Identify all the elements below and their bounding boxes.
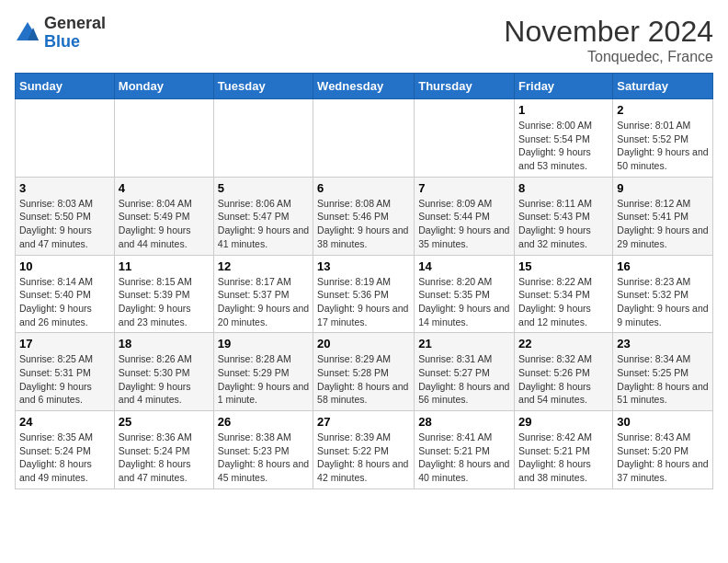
calendar-cell: 22Sunrise: 8:32 AM Sunset: 5:26 PM Dayli… <box>515 333 613 411</box>
calendar-cell: 24Sunrise: 8:35 AM Sunset: 5:24 PM Dayli… <box>16 411 115 489</box>
day-detail: Sunrise: 8:43 AM Sunset: 5:20 PM Dayligh… <box>617 431 709 485</box>
header-tuesday: Tuesday <box>213 74 313 99</box>
day-detail: Sunrise: 8:09 AM Sunset: 5:44 PM Dayligh… <box>418 197 510 251</box>
day-detail: Sunrise: 8:12 AM Sunset: 5:41 PM Dayligh… <box>617 197 709 251</box>
logo-text: General Blue <box>44 15 106 52</box>
day-number: 24 <box>19 415 110 429</box>
calendar-cell: 18Sunrise: 8:26 AM Sunset: 5:30 PM Dayli… <box>114 333 213 411</box>
day-number: 25 <box>119 415 210 429</box>
day-detail: Sunrise: 8:20 AM Sunset: 5:35 PM Dayligh… <box>418 275 510 329</box>
day-number: 2 <box>617 103 709 117</box>
calendar-cell: 19Sunrise: 8:28 AM Sunset: 5:29 PM Dayli… <box>213 333 313 411</box>
day-detail: Sunrise: 8:41 AM Sunset: 5:21 PM Dayligh… <box>418 431 510 485</box>
header-friday: Friday <box>515 74 613 99</box>
calendar-cell: 12Sunrise: 8:17 AM Sunset: 5:37 PM Dayli… <box>213 255 313 333</box>
calendar-cell: 4Sunrise: 8:04 AM Sunset: 5:49 PM Daylig… <box>114 177 213 255</box>
logo-icon <box>15 20 40 46</box>
calendar-cell: 9Sunrise: 8:12 AM Sunset: 5:41 PM Daylig… <box>613 177 713 255</box>
calendar-cell <box>114 99 213 178</box>
day-number: 5 <box>218 181 309 195</box>
day-detail: Sunrise: 8:14 AM Sunset: 5:40 PM Dayligh… <box>19 275 110 329</box>
day-detail: Sunrise: 8:42 AM Sunset: 5:21 PM Dayligh… <box>518 431 609 485</box>
day-detail: Sunrise: 8:39 AM Sunset: 5:22 PM Dayligh… <box>317 431 410 485</box>
day-number: 16 <box>617 259 709 273</box>
calendar-table: SundayMondayTuesdayWednesdayThursdayFrid… <box>15 73 713 489</box>
calendar-cell: 13Sunrise: 8:19 AM Sunset: 5:36 PM Dayli… <box>313 255 415 333</box>
calendar-cell <box>415 99 515 178</box>
location: Tonquedec, France <box>504 49 713 65</box>
day-number: 26 <box>218 415 309 429</box>
day-number: 22 <box>518 337 609 350</box>
calendar-cell: 3Sunrise: 8:03 AM Sunset: 5:50 PM Daylig… <box>16 177 115 255</box>
day-detail: Sunrise: 8:23 AM Sunset: 5:32 PM Dayligh… <box>617 275 709 329</box>
header-wednesday: Wednesday <box>313 74 415 99</box>
calendar-week-4: 24Sunrise: 8:35 AM Sunset: 5:24 PM Dayli… <box>16 411 713 489</box>
calendar-cell: 14Sunrise: 8:20 AM Sunset: 5:35 PM Dayli… <box>415 255 515 333</box>
day-detail: Sunrise: 8:00 AM Sunset: 5:54 PM Dayligh… <box>518 119 609 173</box>
day-number: 19 <box>218 337 309 350</box>
calendar-cell: 8Sunrise: 8:11 AM Sunset: 5:43 PM Daylig… <box>515 177 613 255</box>
day-number: 3 <box>19 181 110 195</box>
day-number: 18 <box>119 337 210 350</box>
day-detail: Sunrise: 8:17 AM Sunset: 5:37 PM Dayligh… <box>218 275 309 329</box>
day-number: 7 <box>418 181 510 195</box>
day-detail: Sunrise: 8:11 AM Sunset: 5:43 PM Dayligh… <box>518 197 609 251</box>
day-number: 9 <box>617 181 709 195</box>
day-detail: Sunrise: 8:38 AM Sunset: 5:23 PM Dayligh… <box>218 431 309 485</box>
calendar-cell: 30Sunrise: 8:43 AM Sunset: 5:20 PM Dayli… <box>613 411 713 489</box>
logo-blue: Blue <box>44 32 80 51</box>
day-number: 4 <box>119 181 210 195</box>
calendar-cell: 5Sunrise: 8:06 AM Sunset: 5:47 PM Daylig… <box>213 177 313 255</box>
day-number: 11 <box>119 259 210 273</box>
day-detail: Sunrise: 8:36 AM Sunset: 5:24 PM Dayligh… <box>119 431 210 485</box>
calendar-cell: 26Sunrise: 8:38 AM Sunset: 5:23 PM Dayli… <box>213 411 313 489</box>
calendar-cell: 15Sunrise: 8:22 AM Sunset: 5:34 PM Dayli… <box>515 255 613 333</box>
calendar-cell <box>313 99 415 178</box>
calendar-week-2: 10Sunrise: 8:14 AM Sunset: 5:40 PM Dayli… <box>16 255 713 333</box>
header-saturday: Saturday <box>613 74 713 99</box>
calendar-cell: 25Sunrise: 8:36 AM Sunset: 5:24 PM Dayli… <box>114 411 213 489</box>
day-detail: Sunrise: 8:19 AM Sunset: 5:36 PM Dayligh… <box>317 275 410 329</box>
header: General Blue November 2024 Tonquedec, Fr… <box>15 15 713 65</box>
calendar-cell: 29Sunrise: 8:42 AM Sunset: 5:21 PM Dayli… <box>515 411 613 489</box>
day-number: 10 <box>19 259 110 273</box>
day-detail: Sunrise: 8:06 AM Sunset: 5:47 PM Dayligh… <box>218 197 309 251</box>
day-number: 20 <box>317 337 410 350</box>
calendar-cell: 6Sunrise: 8:08 AM Sunset: 5:46 PM Daylig… <box>313 177 415 255</box>
day-number: 27 <box>317 415 410 429</box>
day-detail: Sunrise: 8:15 AM Sunset: 5:39 PM Dayligh… <box>119 275 210 329</box>
calendar-cell: 27Sunrise: 8:39 AM Sunset: 5:22 PM Dayli… <box>313 411 415 489</box>
calendar-cell <box>16 99 115 178</box>
day-number: 17 <box>19 337 110 350</box>
calendar-cell: 23Sunrise: 8:34 AM Sunset: 5:25 PM Dayli… <box>613 333 713 411</box>
calendar-cell: 17Sunrise: 8:25 AM Sunset: 5:31 PM Dayli… <box>16 333 115 411</box>
day-detail: Sunrise: 8:28 AM Sunset: 5:29 PM Dayligh… <box>218 352 309 407</box>
calendar-week-1: 3Sunrise: 8:03 AM Sunset: 5:50 PM Daylig… <box>16 177 713 255</box>
calendar-cell <box>213 99 313 178</box>
day-detail: Sunrise: 8:35 AM Sunset: 5:24 PM Dayligh… <box>19 431 110 485</box>
day-detail: Sunrise: 8:34 AM Sunset: 5:25 PM Dayligh… <box>617 352 709 407</box>
day-number: 14 <box>418 259 510 273</box>
logo: General Blue <box>15 15 106 52</box>
day-number: 21 <box>418 337 510 350</box>
header-thursday: Thursday <box>415 74 515 99</box>
day-detail: Sunrise: 8:22 AM Sunset: 5:34 PM Dayligh… <box>518 275 609 329</box>
day-number: 23 <box>617 337 709 350</box>
calendar-cell: 10Sunrise: 8:14 AM Sunset: 5:40 PM Dayli… <box>16 255 115 333</box>
day-number: 30 <box>617 415 709 429</box>
day-detail: Sunrise: 8:32 AM Sunset: 5:26 PM Dayligh… <box>518 352 609 407</box>
calendar-cell: 2Sunrise: 8:01 AM Sunset: 5:52 PM Daylig… <box>613 99 713 178</box>
day-detail: Sunrise: 8:08 AM Sunset: 5:46 PM Dayligh… <box>317 197 410 251</box>
day-number: 28 <box>418 415 510 429</box>
logo-general: General <box>44 14 106 32</box>
day-number: 15 <box>518 259 609 273</box>
calendar-cell: 1Sunrise: 8:00 AM Sunset: 5:54 PM Daylig… <box>515 99 613 178</box>
day-detail: Sunrise: 8:29 AM Sunset: 5:28 PM Dayligh… <box>317 352 410 407</box>
calendar-cell: 16Sunrise: 8:23 AM Sunset: 5:32 PM Dayli… <box>613 255 713 333</box>
calendar-week-3: 17Sunrise: 8:25 AM Sunset: 5:31 PM Dayli… <box>16 333 713 411</box>
calendar-cell: 28Sunrise: 8:41 AM Sunset: 5:21 PM Dayli… <box>415 411 515 489</box>
calendar-cell: 21Sunrise: 8:31 AM Sunset: 5:27 PM Dayli… <box>415 333 515 411</box>
day-number: 12 <box>218 259 309 273</box>
calendar-week-0: 1Sunrise: 8:00 AM Sunset: 5:54 PM Daylig… <box>16 99 713 178</box>
day-detail: Sunrise: 8:26 AM Sunset: 5:30 PM Dayligh… <box>119 352 210 407</box>
